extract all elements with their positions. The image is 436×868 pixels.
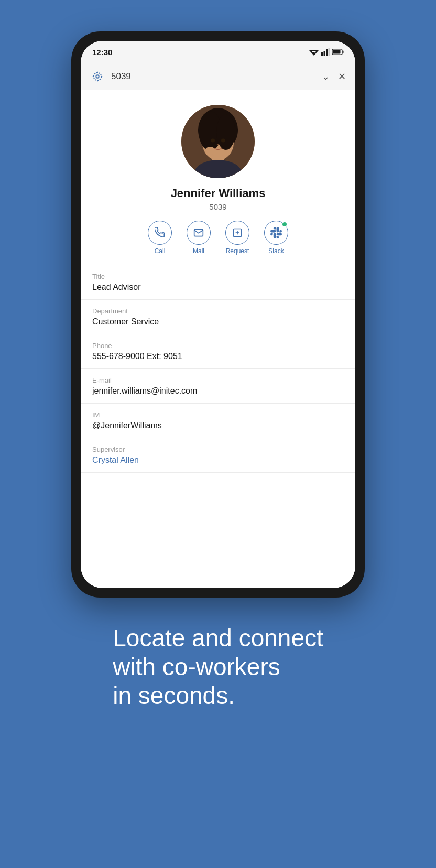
phone-screen: 12:30 — [81, 41, 355, 588]
app-bar-actions: ⌄ ✕ — [322, 71, 346, 82]
svg-point-21 — [205, 147, 215, 155]
slack-icon — [264, 221, 288, 245]
tagline: Locate and connect with co-workers in se… — [81, 598, 355, 732]
supervisor-label: Supervisor — [92, 446, 344, 453]
request-button[interactable]: Request — [225, 221, 249, 255]
phone-frame: 12:30 — [71, 31, 365, 598]
title-label: Title — [92, 273, 344, 280]
mail-label: Mail — [193, 247, 204, 255]
mail-button[interactable]: Mail — [187, 221, 211, 255]
tagline-text: Locate and connect with co-workers in se… — [113, 624, 323, 711]
info-row-email: E-mail jennifer.williams@initec.com — [81, 369, 355, 404]
svg-rect-3 — [321, 52, 323, 56]
status-bar: 12:30 — [81, 41, 355, 63]
tagline-line1: Locate and connect — [113, 624, 323, 652]
info-row-im: IM @JenniferWilliams — [81, 404, 355, 438]
info-row-phone: Phone 555-678-9000 Ext: 9051 — [81, 334, 355, 369]
svg-point-11 — [94, 72, 102, 80]
email-label: E-mail — [92, 376, 344, 384]
slack-online-indicator — [281, 221, 288, 227]
request-icon — [225, 221, 249, 245]
profile-section: Jennifer Williams 5039 Call — [81, 90, 355, 265]
tagline-line3: in seconds. — [113, 682, 235, 709]
svg-point-19 — [211, 139, 215, 143]
slack-button[interactable]: Slack — [264, 221, 288, 255]
action-buttons: Call Mail — [148, 221, 288, 255]
svg-rect-9 — [333, 50, 341, 54]
svg-point-18 — [216, 114, 235, 150]
info-row-department: Department Customer Service — [81, 300, 355, 334]
avatar — [181, 105, 255, 178]
wifi-icon — [309, 48, 319, 56]
info-list: Title Lead Advisor Department Customer S… — [81, 265, 355, 588]
call-button[interactable]: Call — [148, 221, 172, 255]
tagline-line2: with co-workers — [113, 653, 280, 680]
status-icons — [309, 48, 344, 56]
im-label: IM — [92, 411, 344, 419]
department-label: Department — [92, 307, 344, 315]
request-label: Request — [226, 247, 249, 255]
locator-icon[interactable] — [90, 69, 105, 84]
profile-name: Jennifer Williams — [171, 187, 266, 200]
svg-rect-5 — [326, 49, 328, 56]
app-bar: 5039 ⌄ ✕ — [81, 63, 355, 90]
svg-point-10 — [96, 75, 99, 78]
info-row-title: Title Lead Advisor — [81, 265, 355, 300]
svg-rect-6 — [329, 48, 330, 56]
slack-label: Slack — [268, 247, 284, 255]
svg-rect-4 — [324, 51, 325, 56]
phone-value: 555-678-9000 Ext: 9051 — [92, 352, 344, 361]
app-bar-number: 5039 — [111, 71, 315, 82]
profile-extension: 5039 — [209, 202, 226, 211]
title-value: Lead Advisor — [92, 283, 344, 292]
im-value: @JenniferWilliams — [92, 421, 344, 430]
mail-icon — [187, 221, 211, 245]
svg-rect-8 — [343, 51, 344, 53]
call-label: Call — [155, 247, 166, 255]
supervisor-value[interactable]: Crystal Allen — [92, 455, 344, 465]
page-wrapper: 12:30 — [0, 0, 436, 868]
close-icon[interactable]: ✕ — [338, 71, 346, 82]
email-value: jennifer.williams@initec.com — [92, 386, 344, 396]
battery-icon — [332, 49, 344, 55]
phone-icon — [148, 221, 172, 245]
svg-point-20 — [221, 139, 225, 143]
signal-icon — [321, 48, 330, 56]
info-row-supervisor: Supervisor Crystal Allen — [81, 438, 355, 473]
phone-label: Phone — [92, 342, 344, 350]
status-time: 12:30 — [92, 48, 112, 57]
chevron-down-icon[interactable]: ⌄ — [322, 71, 330, 82]
department-value: Customer Service — [92, 317, 344, 327]
